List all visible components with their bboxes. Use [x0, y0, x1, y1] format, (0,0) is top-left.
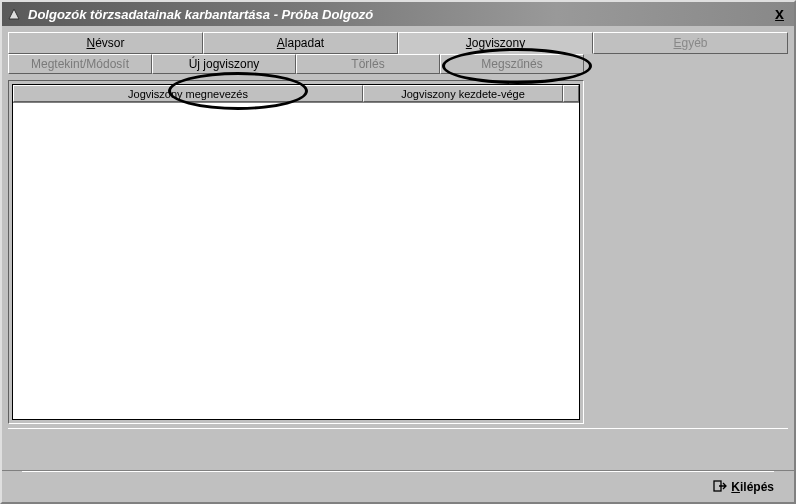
jogviszony-table: Jogviszony megnevezés Jogviszony kezdete…: [12, 84, 580, 420]
status-bar: [8, 428, 788, 452]
tab-nevsor[interactable]: Névsor: [8, 32, 203, 54]
subtab-torles[interactable]: Törlés: [296, 54, 440, 74]
subtab-label: Megszűnés: [481, 57, 542, 71]
tab-egyeb: Egyéb: [593, 32, 788, 54]
subtab-label: Új jogviszony: [189, 57, 260, 71]
content-area: Névsor Alapadat Jogviszony Egyéb Megteki…: [2, 26, 794, 470]
window-title: Dolgozók törzsadatainak karbantartása - …: [28, 7, 769, 22]
column-header-megnevezes[interactable]: Jogviszony megnevezés: [13, 85, 363, 102]
subtab-uj-jogviszony[interactable]: Új jogviszony: [152, 54, 296, 74]
tab-label: Alapadat: [277, 36, 324, 50]
column-header-kezdete-vege[interactable]: Jogviszony kezdete-vége: [363, 85, 563, 102]
exit-button[interactable]: Kilépés: [713, 479, 774, 496]
exit-icon: [713, 479, 727, 496]
app-icon: [6, 6, 22, 22]
app-window: Dolgozók törzsadatainak karbantartása - …: [0, 0, 796, 504]
tab-jogviszony[interactable]: Jogviszony: [398, 32, 593, 54]
table-body[interactable]: [13, 103, 579, 419]
subtab-label: Törlés: [351, 57, 384, 71]
close-button[interactable]: x: [769, 5, 790, 23]
titlebar: Dolgozók törzsadatainak karbantartása - …: [2, 2, 794, 26]
svg-marker-0: [9, 9, 19, 19]
list-panel: Jogviszony megnevezés Jogviszony kezdete…: [8, 80, 584, 424]
tab-alapadat[interactable]: Alapadat: [203, 32, 398, 54]
table-header: Jogviszony megnevezés Jogviszony kezdete…: [13, 85, 579, 103]
footer: Kilépés: [2, 470, 794, 502]
tab-label: Jogviszony: [466, 36, 525, 50]
main-tabs: Névsor Alapadat Jogviszony Egyéb: [8, 32, 788, 54]
sub-tabs: Megtekint/Módosít Új jogviszony Törlés M…: [8, 54, 788, 74]
subtab-megszunes[interactable]: Megszűnés: [440, 54, 584, 74]
subtab-megtekint-modosit[interactable]: Megtekint/Módosít: [8, 54, 152, 74]
exit-label: Kilépés: [731, 480, 774, 494]
subtab-label: Megtekint/Módosít: [31, 57, 129, 71]
tab-label: Névsor: [86, 36, 124, 50]
tab-label: Egyéb: [673, 36, 707, 50]
scrollbar-spacer: [563, 85, 579, 102]
